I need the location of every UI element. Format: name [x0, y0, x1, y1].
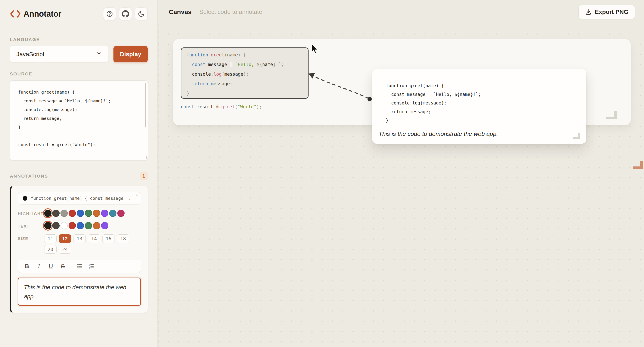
note-card-resize-handle[interactable]: [573, 133, 580, 139]
size-option-13[interactable]: 13: [73, 234, 86, 243]
size-option-18[interactable]: 18: [117, 234, 129, 243]
export-png-button[interactable]: Export PNG: [578, 5, 635, 19]
canvas-title: Canvas: [169, 8, 192, 16]
download-icon: [585, 9, 592, 15]
note-card-code: function greet(name) { const message = `…: [386, 82, 481, 125]
chevron-down-icon: [96, 51, 102, 58]
highlight-label: HIGHLIGHT: [18, 210, 44, 217]
ordered-list-button[interactable]: 1 2 3: [85, 261, 97, 271]
annotation-item: function greet(name) { const message =..…: [10, 186, 148, 313]
dark-mode-toggle[interactable]: [135, 8, 148, 20]
text-color-swatches: [44, 222, 108, 229]
underline-button[interactable]: U: [45, 261, 57, 271]
source-scrollbar-thumb[interactable]: [145, 83, 146, 127]
sidebar-header: Annotator: [0, 0, 158, 28]
text-color-label: TEXT: [18, 222, 44, 229]
canvas-hint: Select code to annotate: [199, 8, 262, 16]
note-card-text: This is the code to demonstrate the web …: [378, 130, 498, 138]
toolbar-divider: [71, 262, 71, 270]
bullet-list-button[interactable]: [73, 261, 85, 271]
color-swatch[interactable]: [117, 210, 124, 217]
color-swatch[interactable]: [85, 210, 92, 217]
highlighted-code-block[interactable]: function greet(name) { const message = `…: [181, 48, 308, 99]
size-label: SIZE: [18, 234, 44, 254]
color-swatch[interactable]: [85, 222, 92, 229]
size-option-24[interactable]: 24: [59, 245, 71, 254]
strikethrough-button[interactable]: S: [57, 261, 69, 271]
language-label: LANGUAGE: [10, 37, 148, 42]
color-swatch[interactable]: [60, 222, 68, 229]
size-option-14[interactable]: 14: [88, 234, 100, 243]
annotations-label: ANNOTATIONS: [10, 174, 48, 179]
annotation-note-card[interactable]: function greet(name) { const message = `…: [372, 69, 586, 144]
export-frame-resize-handle[interactable]: [633, 161, 643, 169]
annotation-note-input[interactable]: This is the code to demonstrate the web …: [18, 278, 141, 306]
source-resize-grip[interactable]: [143, 156, 146, 160]
color-swatch[interactable]: [109, 210, 116, 217]
annotation-remove-button[interactable]: ×: [136, 192, 138, 199]
color-swatch[interactable]: [101, 222, 108, 229]
bold-button[interactable]: B: [21, 261, 33, 271]
color-swatch[interactable]: [44, 210, 52, 217]
formatting-toolbar: B I U S 1 2 3: [18, 260, 141, 273]
color-swatch[interactable]: [44, 222, 52, 229]
export-frame-left-edge: [158, 24, 159, 347]
annotations-count-badge: 1: [140, 172, 148, 180]
font-size-options: 1112131416182024: [44, 234, 141, 254]
app-title: Annotator: [24, 10, 61, 18]
color-swatch[interactable]: [93, 210, 100, 217]
language-selected-value: JavaScript: [16, 51, 44, 58]
color-swatch[interactable]: [77, 222, 84, 229]
display-button[interactable]: Display: [114, 46, 148, 62]
color-swatch[interactable]: [77, 210, 84, 217]
color-swatch[interactable]: [60, 210, 68, 217]
color-swatch[interactable]: [93, 222, 100, 229]
color-swatch[interactable]: [52, 222, 60, 229]
app-logo-code-icon: [10, 9, 21, 18]
result-code-line[interactable]: const result = greet("World");: [181, 104, 262, 110]
source-code-editor[interactable]: function greet(name) { const message = `…: [10, 80, 148, 161]
italic-button[interactable]: I: [33, 261, 45, 271]
annotation-chip-text: function greet(name) { const message =..…: [31, 196, 132, 201]
color-swatch[interactable]: [68, 210, 76, 217]
size-option-12[interactable]: 12: [59, 234, 71, 243]
help-button[interactable]: [103, 8, 116, 20]
size-option-20[interactable]: 20: [44, 245, 56, 254]
language-select[interactable]: JavaScript: [10, 46, 108, 62]
canvas-topbar: Canvas Select code to annotate Export PN…: [158, 0, 644, 24]
highlight-color-swatches: [44, 210, 124, 217]
source-label: SOURCE: [10, 71, 148, 76]
size-option-16[interactable]: 16: [102, 234, 115, 243]
size-option-11[interactable]: 11: [44, 234, 56, 243]
board-card-resize-handle[interactable]: [606, 111, 617, 119]
annotation-code-chip[interactable]: function greet(name) { const message =..…: [18, 192, 141, 204]
annotation-color-dot: [23, 196, 27, 201]
color-swatch[interactable]: [68, 222, 76, 229]
svg-text:3: 3: [89, 267, 90, 269]
color-swatch[interactable]: [52, 210, 60, 217]
github-button[interactable]: [119, 8, 132, 20]
export-png-label: Export PNG: [595, 8, 628, 16]
sidebar: Annotator LANGUAGE: [0, 0, 158, 347]
export-frame-bottom-edge: [158, 168, 644, 169]
color-swatch[interactable]: [101, 210, 108, 217]
